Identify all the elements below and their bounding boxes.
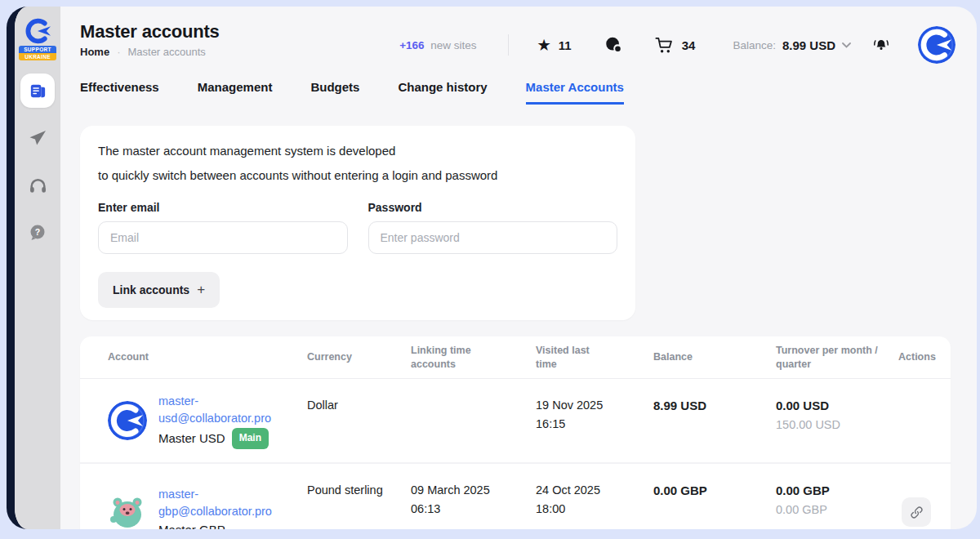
paper-plane-icon (28, 128, 47, 148)
tab-change-history[interactable]: Change history (398, 80, 487, 105)
column-header-turnover: Turnover per month / quarter (776, 344, 898, 372)
header-actions: +166 new sites ★ 11 (399, 26, 956, 64)
account-email-link[interactable]: master- usd@collaborator.pro (158, 393, 271, 427)
sidebar-item-news[interactable] (20, 74, 55, 108)
user-avatar[interactable] (918, 26, 956, 64)
currency-cell: Dollar (307, 379, 411, 415)
turnover-cell: 0.00 GBP 0.00 GBP (776, 464, 898, 519)
cart-stat[interactable]: 34 (655, 36, 696, 55)
account-email-link[interactable]: master- gbp@collaborator.pro (158, 486, 272, 520)
column-header-visited: Visited last time (536, 344, 653, 372)
column-header-linking-time: Linking time accounts (411, 344, 536, 372)
password-label: Password (368, 201, 618, 214)
visited-cell: 19 Nov 2025 16:15 (536, 379, 653, 434)
chat-button[interactable] (604, 36, 622, 54)
new-sites-counter[interactable]: +166 new sites (399, 39, 476, 51)
favorites-stat[interactable]: ★ 11 (538, 38, 572, 52)
link-account-card: The master account management system is … (80, 126, 635, 320)
table-row: master- usd@collaborator.pro Master USD … (80, 379, 951, 462)
favorites-count: 11 (559, 38, 572, 52)
accounts-table: Account Currency Linking time accounts V… (80, 336, 951, 529)
balance-dropdown[interactable]: Balance: 8.99 USD (733, 38, 851, 52)
question-bubble-icon: ? (28, 223, 47, 243)
account-name: Master USD (158, 430, 225, 447)
balance-label: Balance: (733, 39, 776, 51)
balance-cell: 0.00 GBP (653, 464, 776, 500)
app-window: SUPPORT UKRAINE (7, 7, 977, 529)
new-sites-count: +166 (399, 39, 424, 51)
sidebar-item-telegram[interactable] (20, 121, 55, 155)
link-icon (910, 506, 924, 519)
sidebar-item-help[interactable]: ? (20, 216, 55, 250)
currency-cell: Pound sterling (307, 464, 411, 500)
page-title: Master accounts (80, 21, 220, 42)
tab-effectiveness[interactable]: Effectiveness (80, 80, 159, 105)
collaborator-avatar-icon (108, 401, 147, 440)
header-divider (508, 34, 509, 56)
tab-master-accounts[interactable]: Master Accounts (526, 80, 624, 105)
news-icon (29, 82, 47, 100)
link-account-form: Enter email Password (98, 201, 617, 254)
breadcrumb: Home · Master accounts (80, 46, 206, 58)
link-accounts-button[interactable]: Link accounts + (98, 272, 220, 308)
new-sites-label: new sites (430, 39, 476, 51)
sidebar-item-support[interactable] (20, 168, 55, 203)
account-name: Master GBP (158, 521, 225, 529)
app-logo[interactable]: SUPPORT UKRAINE (19, 18, 56, 60)
tab-bar: Effectiveness Management Budgets Change … (80, 80, 624, 105)
visited-cell: 24 Oct 2025 18:00 (536, 464, 653, 519)
notifications-button[interactable] (872, 36, 890, 54)
support-ukraine-line2: UKRAINE (19, 53, 56, 60)
column-header-actions: Actions (898, 350, 951, 364)
column-header-account: Account (108, 350, 307, 364)
tab-management[interactable]: Management (198, 80, 273, 105)
star-icon: ★ (538, 38, 550, 52)
breadcrumb-separator: · (117, 46, 120, 58)
balance-cell: 8.99 USD (653, 379, 776, 415)
cart-icon (655, 36, 674, 55)
sidebar-nav: ? (20, 74, 55, 250)
email-input[interactable] (98, 221, 348, 254)
sidebar: SUPPORT UKRAINE (15, 7, 60, 529)
email-label: Enter email (98, 201, 348, 214)
actions-cell (898, 497, 951, 527)
support-ukraine-line1: SUPPORT (19, 46, 56, 53)
balance-value: 8.99 USD (782, 38, 835, 52)
bell-icon (872, 36, 890, 54)
svg-text:?: ? (35, 227, 40, 237)
card-description-line1: The master account management system is … (98, 139, 617, 163)
chevron-down-icon (842, 42, 851, 48)
main-area: Master accounts Home · Master accounts +… (60, 7, 977, 529)
chat-icon (604, 36, 622, 54)
plus-icon: + (197, 282, 205, 298)
main-badge: Main (232, 428, 269, 449)
password-input[interactable] (368, 221, 618, 254)
monster-avatar (108, 492, 147, 529)
tab-budgets[interactable]: Budgets (310, 80, 359, 105)
cart-count: 34 (682, 38, 696, 52)
column-header-currency: Currency (307, 350, 411, 364)
linking-time-cell (411, 379, 536, 396)
breadcrumb-home[interactable]: Home (80, 46, 109, 58)
table-row: master- gbp@collaborator.pro Master GBP … (80, 462, 951, 529)
turnover-cell: 0.00 USD 150.00 USD (776, 379, 898, 434)
link-account-action-button[interactable] (902, 497, 931, 527)
support-ukraine-badge: SUPPORT UKRAINE (19, 46, 56, 60)
table-header-row: Account Currency Linking time accounts V… (80, 336, 951, 379)
collaborator-logo-icon (23, 18, 52, 44)
card-description-line2: to quickly switch between accounts witho… (98, 163, 617, 188)
linking-time-cell: 09 March 2025 06:13 (411, 464, 536, 519)
column-header-balance: Balance (653, 350, 776, 364)
screen: SUPPORT UKRAINE (0, 0, 980, 539)
breadcrumb-current: Master accounts (127, 46, 205, 58)
headphones-icon (28, 176, 48, 196)
link-accounts-label: Link accounts (113, 283, 189, 296)
